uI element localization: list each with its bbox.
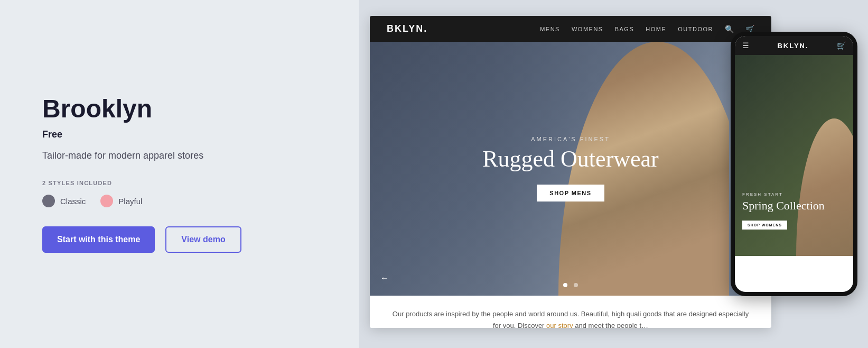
store-header: BKLYN. MENS WOMENS BAGS HOME OUTDOOR 🔍 🛒 (370, 16, 771, 42)
mobile-hero-subtitle: FRESH START (742, 192, 846, 197)
hero-cta-button[interactable]: SHOP MENS (537, 185, 604, 202)
style-options: Classic Playful (42, 195, 317, 207)
style-dot-classic (42, 195, 55, 207)
style-playful[interactable]: Playful (100, 195, 142, 207)
mobile-menu-icon: ☰ (742, 41, 749, 50)
nav-home: HOME (646, 26, 666, 32)
start-theme-button[interactable]: Start with this theme (42, 226, 155, 253)
buttons-row: Start with this theme View demo (42, 226, 317, 253)
hero-title: Rugged Outerwear (482, 146, 659, 172)
mobile-hero-cta-button[interactable]: SHOP WOMENS (742, 221, 787, 230)
mobile-preview: ☰ BKLYN. 🛒 FRESH START Spring Collection… (731, 32, 857, 296)
mobile-header: ☰ BKLYN. 🛒 (735, 36, 853, 55)
carousel-controls: ← (370, 283, 771, 287)
mobile-inner: ☰ BKLYN. 🛒 FRESH START Spring Collection… (735, 36, 853, 292)
hero-subtitle: AMERICA'S FINEST (482, 136, 659, 142)
mobile-cart-icon: 🛒 (837, 41, 846, 50)
store-below-text: Our products are inspired by the people … (391, 308, 750, 328)
store-below: Our products are inspired by the people … (370, 296, 771, 328)
carousel-dot-2[interactable] (574, 283, 578, 287)
mobile-hero-title: Spring Collection (742, 199, 846, 213)
mobile-hero-content: FRESH START Spring Collection SHOP WOMEN… (735, 192, 853, 256)
left-panel: Brooklyn Free Tailor-made for modern app… (0, 0, 359, 348)
nav-bags: BAGS (615, 26, 634, 32)
theme-price: Free (42, 129, 317, 140)
mobile-hero: FRESH START Spring Collection SHOP WOMEN… (735, 55, 853, 256)
nav-womens: WOMENS (572, 26, 603, 32)
theme-description: Tailor-made for modern apparel stores (42, 149, 317, 163)
view-demo-button[interactable]: View demo (165, 226, 241, 253)
right-panel: BKLYN. MENS WOMENS BAGS HOME OUTDOOR 🔍 🛒… (359, 0, 868, 348)
store-nav: MENS WOMENS BAGS HOME OUTDOOR 🔍 🛒 (540, 25, 754, 33)
our-story-link[interactable]: our story (546, 322, 573, 328)
style-name-classic: Classic (60, 197, 86, 206)
carousel-dot-1[interactable] (563, 283, 567, 287)
style-dot-playful (100, 195, 113, 207)
nav-outdoor: OUTDOOR (678, 26, 713, 32)
theme-title: Brooklyn (42, 95, 317, 123)
styles-label: 2 STYLES INCLUDED (42, 180, 317, 186)
search-icon: 🔍 (725, 25, 734, 33)
store-hero: AMERICA'S FINEST Rugged Outerwear SHOP M… (370, 42, 771, 296)
hero-content: AMERICA'S FINEST Rugged Outerwear SHOP M… (482, 136, 659, 202)
desktop-preview: BKLYN. MENS WOMENS BAGS HOME OUTDOOR 🔍 🛒… (370, 16, 771, 328)
style-name-playful: Playful (118, 197, 142, 206)
carousel-prev-arrow[interactable]: ← (380, 273, 389, 283)
nav-mens: MENS (540, 26, 560, 32)
style-classic[interactable]: Classic (42, 195, 86, 207)
store-logo: BKLYN. (387, 23, 427, 34)
mobile-logo: BKLYN. (777, 42, 808, 50)
